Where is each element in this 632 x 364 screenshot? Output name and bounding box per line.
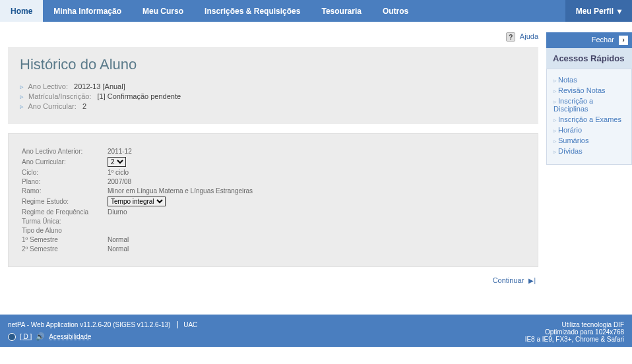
detail-label: 1º Semestre (22, 236, 108, 243)
triangle-icon: ▹ (553, 138, 557, 144)
meta-value: 2 (82, 102, 86, 110)
triangle-icon: ▹ (553, 148, 557, 155)
detail-label: Ramo: (22, 187, 108, 195)
detail-row: Ano Lectivo Anterior: 2011-12 (22, 148, 524, 155)
footer-left: netPA - Web Application v11.2.6-20 (SIGE… (8, 321, 525, 343)
detail-value: 2011-12 (108, 148, 132, 155)
nav-spacer (419, 0, 565, 22)
sidebar-item-dividas[interactable]: ▹Dívidas (551, 146, 627, 156)
sidebar-item-horario[interactable]: ▹Horário (551, 125, 627, 135)
detail-value: Minor em Língua Materna e Línguas Estran… (108, 187, 253, 195)
triangle-icon: ▹ (553, 98, 557, 105)
sidebar-link[interactable]: Inscrição a Disciplinas (553, 97, 593, 113)
ano-curricular-select[interactable]: 2 (108, 157, 126, 167)
footer-acessibilidade-link[interactable]: Acessibilidade (49, 333, 91, 340)
footer-right: Utiliza tecnologia DIF Optimizado para 1… (525, 321, 624, 343)
sidebar-item-inscricao-exames[interactable]: ▹Inscrição a Exames (551, 114, 627, 125)
detail-label: Regime de Frequência (22, 208, 108, 216)
sidebar-item-sumarios[interactable]: ▹Sumários (551, 135, 627, 146)
meta-label: Ano Curricular: (28, 102, 76, 110)
meta-value: 2012-13 [Anual] (74, 82, 125, 90)
detail-row: Ano Curricular: 2 (22, 157, 524, 167)
nav-meu-curso[interactable]: Meu Curso (132, 0, 194, 22)
detail-value: 1º ciclo (108, 169, 129, 176)
sidebar-close-label: Fechar (592, 36, 614, 44)
footer-uac: UAC (183, 321, 197, 328)
help-icon[interactable]: ? (506, 32, 515, 42)
footer-app-version: netPA - Web Application v11.2.6-20 (SIGE… (8, 321, 170, 328)
nav-minha-informacao[interactable]: Minha Informação (43, 0, 132, 22)
detail-label: Ciclo: (22, 169, 108, 176)
regime-estudo-select[interactable]: Tempo integral (108, 197, 166, 206)
arrow-right-icon: ▶| (528, 277, 536, 284)
detail-row: Turma Única: (22, 218, 524, 225)
triangle-icon: ▹ (20, 92, 24, 100)
sidebar-item-revisao-notas[interactable]: ▹Revisão Notas (551, 85, 627, 96)
sidebar-item-notas[interactable]: ▹Notas (551, 75, 627, 85)
sidebar-body: ▹Notas ▹Revisão Notas ▹Inscrição a Disci… (546, 69, 632, 165)
footer-browsers: IE8 a IE9, FX3+, Chrome & Safari (525, 336, 624, 343)
meta-ano-lectivo: ▹ Ano Lectivo: 2012-13 [Anual] (20, 82, 526, 91)
footer-optimized: Optimizado para 1024x768 (525, 328, 624, 336)
continue-label: Continuar (493, 276, 524, 284)
page-title: Histórico do Aluno (20, 56, 526, 73)
help-row: ? Ajuda (8, 22, 538, 47)
detail-row: Regime de Frequência Diurno (22, 208, 524, 216)
top-nav: Home Minha Informação Meu Curso Inscriçõ… (0, 0, 632, 22)
main-content: ? Ajuda Histórico do Aluno ▹ Ano Lectivo… (0, 22, 546, 297)
details-panel: Ano Lectivo Anterior: 2011-12 Ano Curric… (8, 133, 538, 267)
meta-matricula: ▹ Matrícula/Inscrição: [1] Confirmação p… (20, 92, 526, 101)
sidebar-link[interactable]: Horário (558, 126, 582, 134)
sidebar-close-button[interactable]: Fechar › (546, 32, 632, 48)
meta-label: Ano Lectivo: (28, 82, 68, 90)
triangle-icon: ▹ (553, 117, 557, 123)
nav-meu-perfil[interactable]: Meu Perfil ▾ (565, 0, 632, 22)
sidebar-item-inscricao-disciplinas[interactable]: ▹Inscrição a Disciplinas (551, 96, 627, 114)
footer-d-link[interactable]: [ D ] (20, 333, 32, 340)
detail-label: Turma Única: (22, 218, 108, 225)
sidebar: Fechar › Acessos Rápidos ▹Notas ▹Revisão… (546, 22, 632, 165)
triangle-icon: ▹ (20, 82, 24, 90)
nav-tesouraria[interactable]: Tesouraria (311, 0, 371, 22)
nav-meu-perfil-label: Meu Perfil (576, 7, 614, 16)
detail-value: Normal (108, 236, 129, 243)
triangle-icon: ▹ (20, 102, 24, 110)
detail-row: Ciclo: 1º ciclo (22, 169, 524, 176)
nav-inscricoes[interactable]: Inscrições & Requisições (194, 0, 311, 22)
detail-value: 2007/08 (108, 178, 131, 185)
chevron-down-icon: ▾ (617, 7, 621, 16)
sidebar-link[interactable]: Notas (558, 76, 577, 84)
detail-label: Tipo de Aluno (22, 227, 108, 234)
detail-row: 2º Semestre Normal (22, 245, 524, 253)
triangle-icon: ▹ (553, 127, 557, 134)
detail-row: Plano: 2007/08 (22, 178, 524, 185)
meta-ano-curricular: ▹ Ano Curricular: 2 (20, 102, 526, 111)
continue-row: Continuar ▶| (8, 267, 538, 289)
nav-home[interactable]: Home (0, 0, 43, 22)
footer-tech: Utiliza tecnologia DIF (525, 321, 624, 328)
detail-value: Diurno (108, 208, 127, 216)
triangle-icon: ▹ (553, 77, 557, 84)
help-link[interactable]: Ajuda (520, 32, 538, 40)
sidebar-title: Acessos Rápidos (546, 48, 632, 69)
sidebar-link[interactable]: Sumários (558, 136, 588, 144)
detail-label: Regime Estudo: (22, 198, 108, 205)
footer-divider (177, 321, 178, 328)
detail-label: Ano Lectivo Anterior: (22, 148, 108, 155)
meta-label: Matrícula/Inscrição: (28, 92, 91, 100)
header-panel: Histórico do Aluno ▹ Ano Lectivo: 2012-1… (8, 47, 538, 124)
sidebar-link[interactable]: Inscrição a Exames (558, 115, 621, 123)
detail-label: 2º Semestre (22, 245, 108, 253)
sidebar-link[interactable]: Revisão Notas (558, 86, 606, 94)
footer: netPA - Web Application v11.2.6-20 (SIGE… (0, 315, 632, 347)
speaker-icon: 🔊 (36, 332, 45, 341)
sidebar-link[interactable]: Dívidas (558, 147, 583, 155)
continue-link[interactable]: Continuar ▶| (493, 276, 536, 284)
close-icon: › (619, 36, 628, 45)
meta-value: [1] Confirmação pendente (98, 92, 181, 100)
detail-label: Plano: (22, 178, 108, 185)
detail-label: Ano Curricular: (22, 158, 108, 166)
nav-outros[interactable]: Outros (372, 0, 419, 22)
detail-row: Ramo: Minor em Língua Materna e Línguas … (22, 187, 524, 195)
detail-row: Regime Estudo: Tempo integral (22, 197, 524, 206)
